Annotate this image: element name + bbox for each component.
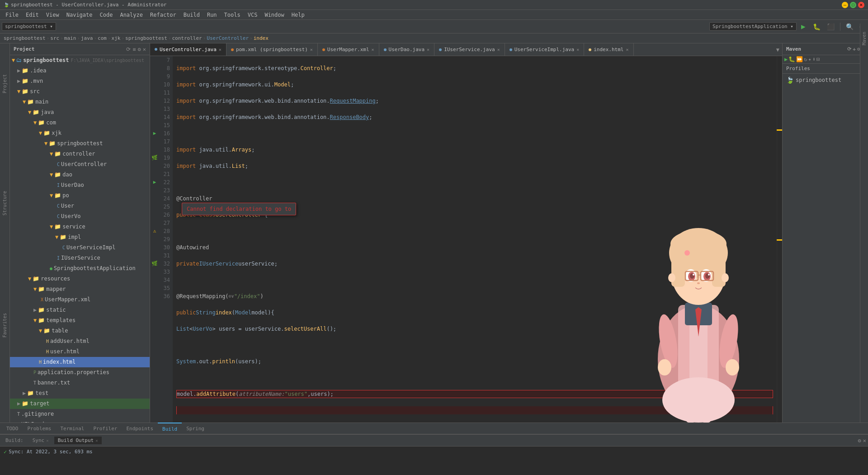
tree-item-usermapper[interactable]: X UserMapper.xml xyxy=(10,294,150,305)
tree-item-xjk[interactable]: ▼ 📁 xjk xyxy=(10,128,150,138)
project-selector[interactable]: springboottest ▾ xyxy=(2,22,56,31)
tree-item-main[interactable]: ▼ 📁 main xyxy=(10,97,150,107)
maven-debug-icon[interactable]: 🐛 xyxy=(788,56,795,62)
tree-item-test[interactable]: ▶ 📁 test xyxy=(10,388,150,399)
tree-item-appprops[interactable]: P application.properties xyxy=(10,367,150,378)
tree-item-springboottest[interactable]: ▼ 🗂 springboottest F:\JAVA_IDEA\springbo… xyxy=(10,55,150,66)
tab-close-usercontroller[interactable]: ✕ xyxy=(219,47,222,52)
menu-refactor[interactable]: Refactor xyxy=(146,11,180,19)
maven-project-item[interactable]: 🍃 springboottest xyxy=(784,76,866,85)
breadcrumb-src[interactable]: src xyxy=(50,35,59,41)
sidebar-collapse-icon[interactable]: ≡ xyxy=(132,46,136,52)
maven-generate-icon[interactable]: ✦ xyxy=(808,56,811,62)
gutter-run-16[interactable]: ▶ xyxy=(150,129,159,138)
tree-item-helpmd[interactable]: M HELP.md xyxy=(10,419,150,423)
tree-item-banner[interactable]: T banner.txt xyxy=(10,378,150,388)
tree-item-mapper[interactable]: ▼ 📁 mapper xyxy=(10,284,150,294)
tree-item-indexhtml[interactable]: H index.html xyxy=(10,357,150,367)
tree-item-springboottestapp[interactable]: ● SpringboottestApplication xyxy=(10,263,150,274)
menu-file[interactable]: File xyxy=(2,11,22,19)
breadcrumb-springboottest2[interactable]: springboottest xyxy=(125,35,167,41)
maven-skip-icon[interactable]: ⏩ xyxy=(796,56,803,62)
tree-item-mvn[interactable]: ▶ 📁 .mvn xyxy=(10,76,150,86)
build-settings-icon[interactable]: ⚙ xyxy=(858,437,861,444)
tab-iuserservice[interactable]: IUserService.java ✕ xyxy=(434,43,505,56)
search-everywhere-button[interactable]: 🔍 xyxy=(843,22,856,31)
tree-item-dao[interactable]: ▼ 📁 dao xyxy=(10,170,150,180)
tree-item-impl[interactable]: ▼ 📁 impl xyxy=(10,232,150,242)
build-inner-tab-build[interactable]: Build: xyxy=(2,437,27,444)
sidebar-hide-icon[interactable]: ✕ xyxy=(143,46,146,52)
tab-close-impl[interactable]: ✕ xyxy=(576,47,579,52)
tree-item-userhtml[interactable]: H user.html xyxy=(10,347,150,357)
bottom-tab-todo[interactable]: TODO xyxy=(2,423,23,434)
menu-edit[interactable]: Edit xyxy=(22,11,42,19)
tree-item-controller[interactable]: ▼ 📁 controller xyxy=(10,149,150,159)
tree-item-resources[interactable]: ▼ 📁 resources xyxy=(10,274,150,284)
tree-item-springboottest-pkg[interactable]: ▼ 📁 springboottest xyxy=(10,138,150,149)
tree-item-templates[interactable]: ▼ 📁 templates xyxy=(10,315,150,326)
maximize-button[interactable]: □ xyxy=(850,2,856,8)
menu-analyze[interactable]: Analyze xyxy=(116,11,146,19)
sidebar-settings-icon[interactable]: ⚙ xyxy=(138,46,141,52)
tree-item-adduser[interactable]: H addUser.html xyxy=(10,336,150,347)
run-config-selector[interactable]: SpringboottestApplication ▾ xyxy=(709,22,797,31)
tree-item-com[interactable]: ▼ 📁 com xyxy=(10,118,150,128)
build-sync-tab[interactable]: Sync ✕ xyxy=(29,437,52,444)
tab-close-dao[interactable]: ✕ xyxy=(427,47,429,52)
breadcrumb-main[interactable]: main xyxy=(64,35,76,41)
structure-tab-label[interactable]: Structure xyxy=(1,187,8,219)
tab-userserviceimpl[interactable]: UserServiceImpl.java ✕ xyxy=(505,43,584,56)
gutter-run-22[interactable]: ▶ xyxy=(150,178,159,186)
tree-item-gitignore[interactable]: T .gitignore xyxy=(10,409,150,419)
build-output-tab[interactable]: Build Output ✕ xyxy=(54,437,102,444)
maven-vertical-label[interactable]: Maven xyxy=(861,43,868,49)
maven-run-icon[interactable]: ▶ xyxy=(784,56,788,62)
bottom-tab-profiler[interactable]: Profiler xyxy=(89,423,122,434)
maven-add-icon[interactable]: + xyxy=(853,46,856,52)
menu-tools[interactable]: Tools xyxy=(221,11,244,19)
tab-close-iservice[interactable]: ✕ xyxy=(497,47,500,52)
breadcrumb-usercontroller[interactable]: UserController xyxy=(207,35,249,41)
menu-help[interactable]: Help xyxy=(288,11,308,19)
code-content[interactable]: import org.springframework.stereotype.Co… xyxy=(173,56,777,423)
tree-item-po[interactable]: ▼ 📁 po xyxy=(10,190,150,201)
project-tab-label[interactable]: Project xyxy=(1,71,8,97)
tab-close-mapper[interactable]: ✕ xyxy=(372,47,374,52)
tab-close-pom[interactable]: ✕ xyxy=(310,47,313,52)
maven-collapse-tree-icon[interactable]: ⊟ xyxy=(816,56,820,62)
tree-item-iuserservice[interactable]: I IUserService xyxy=(10,253,150,263)
breadcrumb-index[interactable]: index xyxy=(254,35,269,41)
tree-item-user[interactable]: C User xyxy=(10,201,150,211)
breadcrumb-xjk[interactable]: xjk xyxy=(112,35,121,41)
breadcrumb-java[interactable]: java xyxy=(81,35,93,41)
close-button[interactable]: ✕ xyxy=(858,2,864,8)
tree-item-uservo[interactable]: C UserVo xyxy=(10,211,150,222)
breadcrumb-com[interactable]: com xyxy=(98,35,107,41)
menu-vcs[interactable]: VCS xyxy=(244,11,261,19)
favorites-tab-label[interactable]: Favorites xyxy=(1,309,8,341)
maven-refresh-icon[interactable]: ⟳ xyxy=(847,46,851,52)
menu-build[interactable]: Build xyxy=(180,11,203,19)
bottom-tab-spring[interactable]: Spring xyxy=(182,423,209,434)
tab-indexhtml[interactable]: index.html ✕ xyxy=(584,43,633,56)
tree-item-java[interactable]: ▼ 📁 java xyxy=(10,107,150,118)
bottom-tab-problems[interactable]: Problems xyxy=(23,423,56,434)
tree-item-target[interactable]: ▶ 📁 target xyxy=(10,399,150,409)
menu-code[interactable]: Code xyxy=(96,11,117,19)
build-hide-icon[interactable]: ✕ xyxy=(863,437,866,444)
tab-close-index[interactable]: ✕ xyxy=(626,47,628,52)
tree-item-userdao[interactable]: I UserDao xyxy=(10,180,150,190)
maven-lifecycle-icon[interactable]: ↻ xyxy=(804,56,807,62)
tree-item-table[interactable]: ▼ 📁 table xyxy=(10,326,150,336)
bottom-tab-endpoints[interactable]: Endpoints xyxy=(122,423,158,434)
tab-usercontroller[interactable]: UserController.java ✕ xyxy=(150,43,226,56)
tree-item-src[interactable]: ▼ 📁 src xyxy=(10,86,150,97)
menu-view[interactable]: View xyxy=(42,11,63,19)
tree-item-usercontroller[interactable]: C UserController xyxy=(10,159,150,170)
tree-item-idea[interactable]: ▶ 📁 .idea xyxy=(10,66,150,76)
breadcrumb-controller[interactable]: controller xyxy=(172,35,202,41)
tree-item-static[interactable]: ▶ 📁 static xyxy=(10,305,150,315)
sync-close-icon[interactable]: ✕ xyxy=(46,438,48,443)
menu-window[interactable]: Window xyxy=(261,11,288,19)
